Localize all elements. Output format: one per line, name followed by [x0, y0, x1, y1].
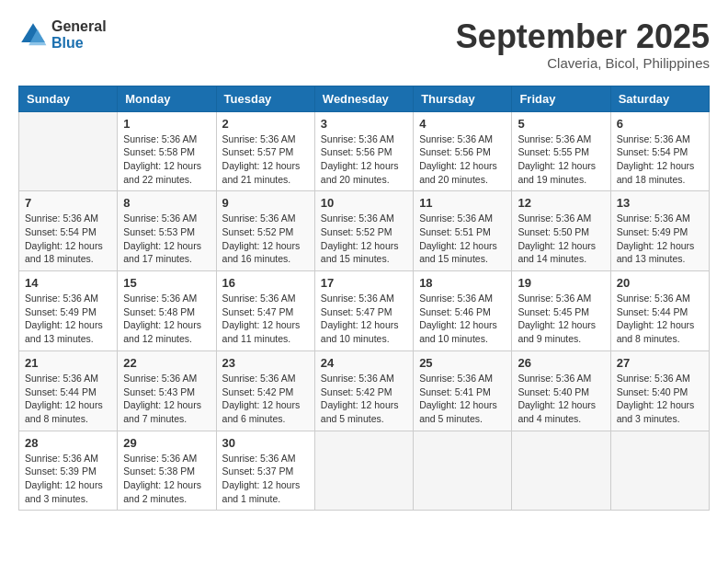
weekday-header-row: SundayMondayTuesdayWednesdayThursdayFrid… [19, 86, 710, 111]
calendar-cell: 6Sunrise: 5:36 AMSunset: 5:54 PMDaylight… [610, 111, 709, 191]
day-number: 11 [419, 196, 506, 210]
day-info: Sunrise: 5:36 AMSunset: 5:52 PMDaylight:… [321, 212, 407, 266]
day-number: 19 [518, 276, 604, 290]
calendar-cell: 19Sunrise: 5:36 AMSunset: 5:45 PMDayligh… [512, 271, 610, 351]
day-number: 24 [321, 356, 407, 370]
day-number: 12 [518, 196, 604, 210]
header-saturday: Saturday [610, 86, 709, 111]
calendar-cell: 24Sunrise: 5:36 AMSunset: 5:42 PMDayligh… [314, 350, 413, 431]
day-number: 3 [321, 117, 407, 131]
logo: General Blue [18, 18, 107, 51]
calendar-cell: 22Sunrise: 5:36 AMSunset: 5:43 PMDayligh… [118, 350, 216, 431]
day-info: Sunrise: 5:36 AMSunset: 5:52 PMDaylight:… [222, 212, 309, 266]
day-number: 22 [123, 356, 210, 370]
day-info: Sunrise: 5:36 AMSunset: 5:48 PMDaylight:… [123, 292, 210, 346]
day-number: 8 [123, 196, 210, 210]
week-row-4: 21Sunrise: 5:36 AMSunset: 5:44 PMDayligh… [19, 350, 710, 431]
day-info: Sunrise: 5:36 AMSunset: 5:54 PMDaylight:… [617, 132, 703, 187]
logo-blue-text: Blue [51, 35, 107, 52]
calendar-cell: 2Sunrise: 5:36 AMSunset: 5:57 PMDaylight… [216, 111, 314, 191]
calendar-cell: 12Sunrise: 5:36 AMSunset: 5:50 PMDayligh… [512, 191, 610, 271]
day-info: Sunrise: 5:36 AMSunset: 5:56 PMDaylight:… [419, 132, 506, 187]
calendar-cell: 11Sunrise: 5:36 AMSunset: 5:51 PMDayligh… [414, 191, 512, 271]
day-info: Sunrise: 5:36 AMSunset: 5:37 PMDaylight:… [222, 452, 309, 506]
calendar-cell: 18Sunrise: 5:36 AMSunset: 5:46 PMDayligh… [414, 271, 512, 351]
page-header: General Blue September 2025 Claveria, Bi… [18, 18, 710, 71]
calendar-cell: 20Sunrise: 5:36 AMSunset: 5:44 PMDayligh… [610, 271, 709, 351]
day-info: Sunrise: 5:36 AMSunset: 5:58 PMDaylight:… [123, 132, 210, 187]
header-wednesday: Wednesday [314, 86, 413, 111]
calendar-cell [314, 431, 413, 511]
calendar-cell: 15Sunrise: 5:36 AMSunset: 5:48 PMDayligh… [118, 271, 216, 351]
day-info: Sunrise: 5:36 AMSunset: 5:40 PMDaylight:… [518, 372, 604, 426]
day-number: 13 [617, 196, 703, 210]
day-number: 7 [25, 196, 111, 210]
day-number: 16 [222, 276, 309, 290]
calendar-cell [512, 431, 610, 511]
day-number: 2 [222, 117, 309, 131]
location-subtitle: Claveria, Bicol, Philippines [456, 55, 710, 71]
day-number: 6 [617, 117, 703, 131]
header-monday: Monday [118, 86, 216, 111]
week-row-1: 1Sunrise: 5:36 AMSunset: 5:58 PMDaylight… [19, 111, 710, 191]
day-number: 21 [25, 356, 111, 370]
calendar-cell: 23Sunrise: 5:36 AMSunset: 5:42 PMDayligh… [216, 350, 314, 431]
title-block: September 2025 Claveria, Bicol, Philippi… [456, 18, 710, 71]
day-info: Sunrise: 5:36 AMSunset: 5:46 PMDaylight:… [419, 292, 506, 346]
calendar-cell: 3Sunrise: 5:36 AMSunset: 5:56 PMDaylight… [314, 111, 413, 191]
calendar-cell: 17Sunrise: 5:36 AMSunset: 5:47 PMDayligh… [314, 271, 413, 351]
day-info: Sunrise: 5:36 AMSunset: 5:42 PMDaylight:… [222, 372, 309, 426]
calendar-cell: 25Sunrise: 5:36 AMSunset: 5:41 PMDayligh… [414, 350, 512, 431]
day-info: Sunrise: 5:36 AMSunset: 5:47 PMDaylight:… [222, 292, 309, 346]
day-number: 25 [419, 356, 506, 370]
day-number: 1 [123, 117, 210, 131]
week-row-2: 7Sunrise: 5:36 AMSunset: 5:54 PMDaylight… [19, 191, 710, 271]
header-thursday: Thursday [414, 86, 512, 111]
calendar-cell: 9Sunrise: 5:36 AMSunset: 5:52 PMDaylight… [216, 191, 314, 271]
header-friday: Friday [512, 86, 610, 111]
day-info: Sunrise: 5:36 AMSunset: 5:57 PMDaylight:… [222, 132, 309, 187]
calendar-cell: 30Sunrise: 5:36 AMSunset: 5:37 PMDayligh… [216, 431, 314, 511]
header-tuesday: Tuesday [216, 86, 314, 111]
day-number: 15 [123, 276, 210, 290]
calendar-table: SundayMondayTuesdayWednesdayThursdayFrid… [18, 86, 710, 511]
week-row-5: 28Sunrise: 5:36 AMSunset: 5:39 PMDayligh… [19, 431, 710, 511]
calendar-cell: 16Sunrise: 5:36 AMSunset: 5:47 PMDayligh… [216, 271, 314, 351]
day-number: 17 [321, 276, 407, 290]
day-number: 28 [25, 436, 111, 450]
calendar-cell [414, 431, 512, 511]
calendar-cell: 4Sunrise: 5:36 AMSunset: 5:56 PMDaylight… [414, 111, 512, 191]
calendar-cell: 26Sunrise: 5:36 AMSunset: 5:40 PMDayligh… [512, 350, 610, 431]
day-info: Sunrise: 5:36 AMSunset: 5:53 PMDaylight:… [123, 212, 210, 266]
day-info: Sunrise: 5:36 AMSunset: 5:49 PMDaylight:… [617, 212, 703, 266]
calendar-cell: 27Sunrise: 5:36 AMSunset: 5:40 PMDayligh… [610, 350, 709, 431]
day-number: 18 [419, 276, 506, 290]
day-info: Sunrise: 5:36 AMSunset: 5:41 PMDaylight:… [419, 372, 506, 426]
day-number: 27 [617, 356, 703, 370]
calendar-cell [19, 111, 118, 191]
calendar-cell: 5Sunrise: 5:36 AMSunset: 5:55 PMDaylight… [512, 111, 610, 191]
day-info: Sunrise: 5:36 AMSunset: 5:45 PMDaylight:… [518, 292, 604, 346]
day-number: 5 [518, 117, 604, 131]
day-info: Sunrise: 5:36 AMSunset: 5:55 PMDaylight:… [518, 132, 604, 187]
day-info: Sunrise: 5:36 AMSunset: 5:54 PMDaylight:… [25, 212, 111, 266]
day-info: Sunrise: 5:36 AMSunset: 5:47 PMDaylight:… [321, 292, 407, 346]
day-info: Sunrise: 5:36 AMSunset: 5:38 PMDaylight:… [123, 452, 210, 506]
day-number: 4 [419, 117, 506, 131]
day-number: 9 [222, 196, 309, 210]
week-row-3: 14Sunrise: 5:36 AMSunset: 5:49 PMDayligh… [19, 271, 710, 351]
header-sunday: Sunday [19, 86, 118, 111]
day-info: Sunrise: 5:36 AMSunset: 5:49 PMDaylight:… [25, 292, 111, 346]
month-title: September 2025 [456, 18, 710, 55]
calendar-cell: 10Sunrise: 5:36 AMSunset: 5:52 PMDayligh… [314, 191, 413, 271]
day-number: 29 [123, 436, 210, 450]
day-info: Sunrise: 5:36 AMSunset: 5:42 PMDaylight:… [321, 372, 407, 426]
day-info: Sunrise: 5:36 AMSunset: 5:56 PMDaylight:… [321, 132, 407, 187]
day-number: 10 [321, 196, 407, 210]
day-info: Sunrise: 5:36 AMSunset: 5:43 PMDaylight:… [123, 372, 210, 426]
day-number: 30 [222, 436, 309, 450]
day-info: Sunrise: 5:36 AMSunset: 5:44 PMDaylight:… [617, 292, 703, 346]
calendar-cell: 1Sunrise: 5:36 AMSunset: 5:58 PMDaylight… [118, 111, 216, 191]
calendar-cell: 7Sunrise: 5:36 AMSunset: 5:54 PMDaylight… [19, 191, 118, 271]
logo-text: General Blue [51, 18, 107, 51]
